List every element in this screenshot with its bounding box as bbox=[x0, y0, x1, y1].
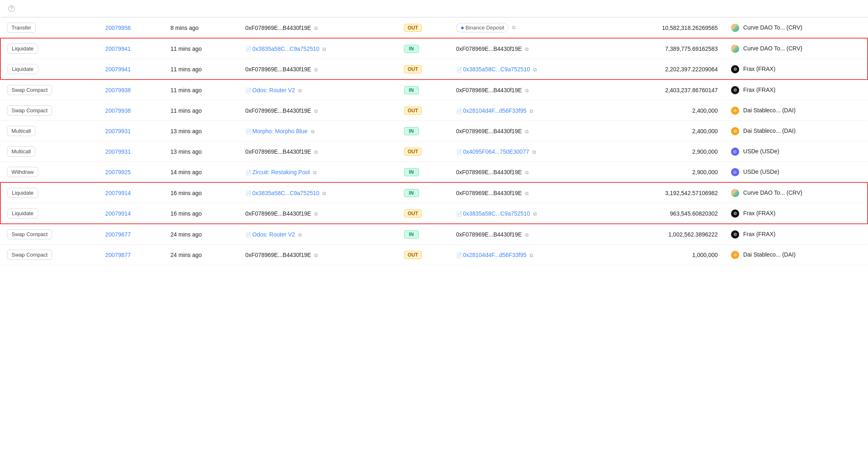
to-address-link[interactable]: 0x28104d4F...d56F33f95 bbox=[463, 107, 527, 114]
method-cell: Liquidate bbox=[0, 38, 99, 59]
table-row: Withdraw 20079925 14 mins ago 📄Zircuit: … bbox=[0, 162, 868, 183]
block-link[interactable]: 20079956 bbox=[105, 25, 131, 31]
from-copy-icon[interactable]: ⧉ bbox=[314, 108, 318, 114]
transactions-table: ? bbox=[0, 0, 868, 265]
block-link[interactable]: 20079931 bbox=[105, 148, 131, 155]
from-copy-icon[interactable]: ⧉ bbox=[313, 170, 317, 175]
to-copy-icon[interactable]: ⧉ bbox=[533, 211, 537, 217]
to-cell: 📄0x28104d4F...d56F33f95 ⧉ bbox=[450, 245, 608, 265]
block-link[interactable]: 20079938 bbox=[105, 87, 131, 93]
file-icon: 📄 bbox=[245, 129, 251, 134]
direction-cell: OUT bbox=[397, 203, 450, 224]
block-cell: 20079914 bbox=[99, 182, 164, 203]
value-header bbox=[608, 0, 724, 17]
block-link[interactable]: 20079925 bbox=[105, 169, 131, 175]
table-row: Swap Compact 20079938 11 mins ago 📄Odos:… bbox=[0, 80, 868, 100]
method-button[interactable]: Withdraw bbox=[7, 167, 38, 177]
to-copy-icon[interactable]: ⧉ bbox=[525, 88, 529, 93]
from-copy-icon[interactable]: ⧉ bbox=[322, 191, 326, 196]
from-copy-icon[interactable]: ⧉ bbox=[298, 88, 302, 93]
from-address-link[interactable]: Zircuit: Restaking Pool bbox=[252, 169, 310, 175]
direction-badge-out: OUT bbox=[404, 251, 422, 259]
token-usde-icon: ◎ bbox=[731, 168, 739, 176]
block-link[interactable]: 20079941 bbox=[105, 45, 131, 52]
method-button[interactable]: Swap Compact bbox=[7, 105, 52, 116]
method-button[interactable]: Swap Compact bbox=[7, 250, 52, 260]
from-address-link[interactable]: 0x3835a58C...C9a752510 bbox=[252, 45, 319, 52]
table-row: Transfer 20079956 8 mins ago 0xF078969E.… bbox=[0, 17, 868, 38]
method-cell: Multicall bbox=[0, 121, 99, 141]
value-cell: 7,389,775.69162583 bbox=[608, 38, 724, 59]
method-button[interactable]: Liquidate bbox=[7, 208, 38, 218]
from-cell: 📄Zircuit: Restaking Pool ⧉ bbox=[239, 162, 397, 183]
method-button[interactable]: Liquidate bbox=[7, 188, 38, 198]
to-address-link[interactable]: 0x4095F064...750E30077 bbox=[463, 148, 529, 155]
direction-cell: IN bbox=[397, 38, 450, 59]
from-copy-icon[interactable]: ⧉ bbox=[314, 211, 318, 217]
block-cell: 20079931 bbox=[99, 141, 164, 162]
method-button[interactable]: Transfer bbox=[7, 23, 36, 33]
from-cell: 0xF078969E...B4430f19E ⧉ bbox=[239, 100, 397, 121]
from-copy-icon[interactable]: ⧉ bbox=[298, 232, 302, 238]
to-copy-icon[interactable]: ⧉ bbox=[525, 46, 529, 52]
direction-cell: IN bbox=[397, 80, 450, 100]
block-link[interactable]: 20079914 bbox=[105, 190, 131, 196]
value-cell: 2,400,000 bbox=[608, 121, 724, 141]
from-copy-icon[interactable]: ⧉ bbox=[311, 129, 315, 134]
direction-badge-in: IN bbox=[404, 168, 419, 176]
to-copy-icon[interactable]: ⧉ bbox=[525, 129, 529, 134]
age-cell: 16 mins ago bbox=[164, 203, 239, 224]
from-copy-icon[interactable]: ⧉ bbox=[314, 252, 318, 258]
method-button[interactable]: Multicall bbox=[7, 146, 35, 157]
to-copy-icon[interactable]: ⧉ bbox=[525, 170, 529, 175]
to-address-link[interactable]: 0x3835a58C...C9a752510 bbox=[463, 210, 530, 217]
to-address-link[interactable]: 0x28104d4F...d56F33f95 bbox=[463, 252, 527, 258]
token-cell: ⊜ Dai Stableco... (DAI) bbox=[724, 100, 868, 121]
from-address-link[interactable]: 0x3835a58C...C9a752510 bbox=[252, 190, 319, 196]
age-cell: 11 mins ago bbox=[164, 59, 239, 80]
token-cell: ⊙ Frax (FRAX) bbox=[724, 59, 868, 80]
block-header bbox=[99, 0, 164, 17]
from-copy-icon[interactable]: ⧉ bbox=[314, 67, 318, 73]
to-copy-icon[interactable]: ⧉ bbox=[533, 67, 537, 73]
to-copy-icon[interactable]: ⧉ bbox=[525, 232, 529, 238]
age-cell: 8 mins ago bbox=[164, 17, 239, 38]
method-button[interactable]: Liquidate bbox=[7, 43, 38, 54]
method-button[interactable]: Swap Compact bbox=[7, 85, 52, 95]
from-address-link[interactable]: Odos: Router V2 bbox=[252, 231, 295, 238]
file-icon: 📄 bbox=[456, 108, 462, 114]
to-copy-icon[interactable]: ⧉ bbox=[525, 191, 529, 196]
from-copy-icon[interactable]: ⧉ bbox=[314, 149, 318, 155]
to-copy-icon[interactable]: ⧉ bbox=[530, 108, 533, 114]
token-header bbox=[724, 0, 868, 17]
to-copy-icon[interactable]: ⧉ bbox=[512, 25, 516, 30]
from-cell: 0xF078969E...B4430f19E ⧉ bbox=[239, 17, 397, 38]
block-link[interactable]: 20079938 bbox=[105, 107, 131, 114]
block-link[interactable]: 20079877 bbox=[105, 231, 131, 238]
method-button[interactable]: Multicall bbox=[7, 126, 35, 136]
to-address: 0xF078969E...B4430f19E bbox=[456, 231, 522, 238]
block-link[interactable]: 20079914 bbox=[105, 210, 131, 217]
block-cell: 20079914 bbox=[99, 203, 164, 224]
to-copy-icon[interactable]: ⧉ bbox=[532, 149, 536, 155]
method-info-icon[interactable]: ? bbox=[8, 5, 15, 12]
to-copy-icon[interactable]: ⧉ bbox=[530, 252, 533, 258]
block-link[interactable]: 20079941 bbox=[105, 66, 131, 73]
token-cell: Curve DAO To... (CRV) bbox=[724, 17, 868, 38]
table-row: Liquidate 20079941 11 mins ago 0xF078969… bbox=[0, 59, 868, 80]
from-copy-icon[interactable]: ⧉ bbox=[322, 46, 326, 52]
block-link[interactable]: 20079931 bbox=[105, 128, 131, 134]
token-cell: ⊜ Dai Stableco... (DAI) bbox=[724, 121, 868, 141]
from-address-link[interactable]: Odos: Router V2 bbox=[252, 87, 295, 93]
to-address-link[interactable]: 0x3835a58C...C9a752510 bbox=[463, 66, 530, 73]
token-crv-icon bbox=[731, 189, 739, 197]
block-link[interactable]: 20079877 bbox=[105, 252, 131, 258]
from-copy-icon[interactable]: ⧉ bbox=[314, 25, 318, 31]
method-button[interactable]: Swap Compact bbox=[7, 229, 52, 239]
method-cell: Liquidate bbox=[0, 182, 99, 203]
method-button[interactable]: Liquidate bbox=[7, 64, 38, 74]
direction-badge-out: OUT bbox=[404, 107, 422, 115]
from-address: 0xF078969E...B4430f19E bbox=[245, 66, 311, 73]
block-cell: 20079938 bbox=[99, 80, 164, 100]
from-address-link[interactable]: Morpho: Morpho Blue bbox=[252, 128, 308, 134]
